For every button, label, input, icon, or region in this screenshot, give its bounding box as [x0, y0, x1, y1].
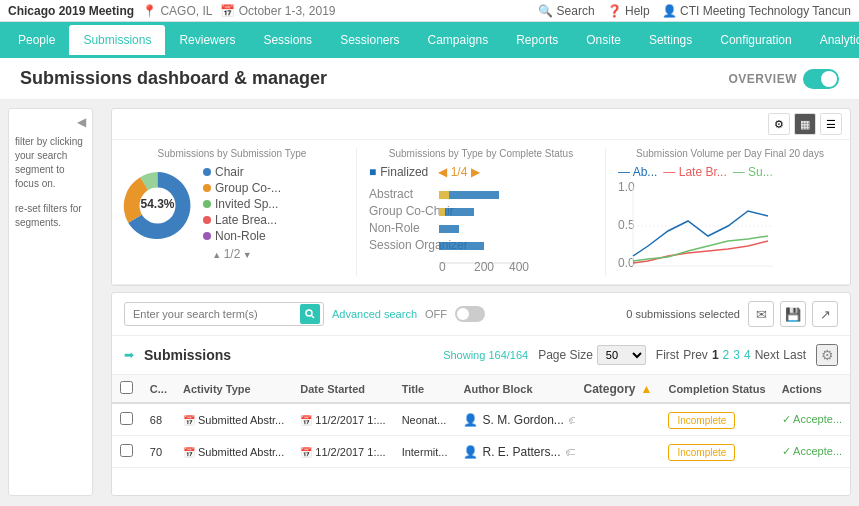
svg-point-22 — [306, 310, 312, 316]
top-bar-right: 🔍 Search ❓ Help 👤 CTI Meeting Technology… — [538, 4, 851, 18]
page-4-btn[interactable]: 4 — [744, 348, 751, 362]
nav-people[interactable]: People — [4, 25, 69, 55]
event-name: Chicago 2019 Meeting — [8, 4, 134, 18]
row-checkbox-1[interactable] — [120, 412, 133, 425]
nav-configuration[interactable]: Configuration — [706, 25, 805, 55]
search-bar: Advanced search OFF 0 submissions select… — [112, 293, 850, 336]
col-title: Title — [394, 375, 456, 403]
svg-text:54.3%: 54.3% — [140, 197, 174, 211]
chart-settings-btn[interactable]: ⚙ — [768, 113, 790, 135]
chart2-title: Submissions by Type by Complete Status — [369, 148, 593, 159]
action-buttons: ✉ 💾 ↗ — [748, 301, 838, 327]
row-action-2: ✓ Accepte... — [774, 436, 850, 468]
overview-toggle: OVERVIEW — [729, 69, 839, 89]
svg-text:Non-Role: Non-Role — [369, 221, 420, 235]
location: 📍 CAGO, IL — [142, 4, 212, 18]
search-button[interactable] — [300, 304, 320, 324]
page-size-select[interactable]: 50 25 100 — [597, 345, 646, 365]
advanced-search-link[interactable]: Advanced search — [332, 308, 417, 320]
table-row: 70 📅 Submitted Abstr... 📅 11/2/2017 1:..… — [112, 436, 850, 468]
row-id-1: 68 — [142, 403, 175, 436]
nav-reports[interactable]: Reports — [502, 25, 572, 55]
save-action-btn[interactable]: 💾 — [780, 301, 806, 327]
row-author-2: 👤 R. E. Patters... 🏷 — [455, 436, 575, 468]
nav-analytics[interactable]: Analytics — [806, 25, 859, 55]
nav-bar: People Submissions Reviewers Sessions Se… — [0, 22, 859, 58]
select-all-checkbox[interactable] — [120, 381, 133, 394]
pie-page: 1/2 — [224, 247, 241, 261]
nav-settings[interactable]: Settings — [635, 25, 706, 55]
first-page-btn[interactable]: First — [656, 348, 679, 362]
svg-text:0.5: 0.5 — [618, 218, 635, 232]
sidebar-hint: filter by clicking your search segment t… — [15, 135, 86, 191]
row-author-1: 👤 S. M. Gordon... 🏷 — [455, 403, 575, 436]
chart-grid-btn[interactable]: ▦ — [794, 113, 816, 135]
svg-text:0: 0 — [439, 260, 446, 273]
nav-sessioners[interactable]: Sessioners — [326, 25, 413, 55]
col-completion-status: Completion Status — [660, 375, 773, 403]
row-status-1: Incomplete — [660, 403, 773, 436]
overview-switch[interactable] — [803, 69, 839, 89]
search-input-wrap — [124, 302, 324, 326]
row-activity-2: 📅 Submitted Abstr... — [175, 436, 292, 468]
chart-type-complete-status: Submissions by Type by Complete Status ■… — [369, 148, 593, 276]
row-title-1: Neonat... — [394, 403, 456, 436]
chart-volume-per-day: Submission Volume per Day Final 20 days … — [618, 148, 842, 276]
row-date-2: 📅 11/2/2017 1:... — [292, 436, 393, 468]
nav-sessions[interactable]: Sessions — [249, 25, 326, 55]
last-page-btn[interactable]: Last — [783, 348, 806, 362]
date-range: 📅 October 1-3, 2019 — [220, 4, 335, 18]
sidebar-collapse-btn[interactable]: ◀ — [15, 115, 86, 129]
top-bar-left: Chicago 2019 Meeting 📍 CAGO, IL 📅 Octobe… — [8, 4, 335, 18]
svg-text:200: 200 — [474, 260, 494, 273]
svg-rect-11 — [439, 242, 484, 250]
export-action-btn[interactable]: ↗ — [812, 301, 838, 327]
col-author-block: Author Block — [455, 375, 575, 403]
chart1-title: Submissions by Submission Type — [120, 148, 344, 159]
svg-rect-9 — [439, 208, 445, 216]
line-chart-svg: 1.0 0.5 0.0 — [618, 181, 778, 271]
row-activity-1: 📅 Submitted Abstr... — [175, 403, 292, 436]
chart-submission-type: Submissions by Submission Type — [120, 148, 344, 276]
col-actions: Actions — [774, 375, 850, 403]
table-row: 68 📅 Submitted Abstr... 📅 11/2/2017 1:..… — [112, 403, 850, 436]
submissions-header: ➡ Submissions Showing 164/164 Page Size … — [112, 336, 850, 375]
table-settings-btn[interactable]: ⚙ — [816, 344, 838, 366]
help-link[interactable]: ❓ Help — [607, 4, 650, 18]
row-checkbox-2[interactable] — [120, 444, 133, 457]
row-date-1: 📅 11/2/2017 1:... — [292, 403, 393, 436]
nav-submissions[interactable]: Submissions — [69, 25, 165, 55]
prev-page-btn[interactable]: Prev — [683, 348, 708, 362]
top-bar: Chicago 2019 Meeting 📍 CAGO, IL 📅 Octobe… — [0, 0, 859, 22]
line-legend-late: Late Br... — [679, 165, 727, 179]
row-title-2: Intermit... — [394, 436, 456, 468]
bar-chart-svg: Abstract Group Co-Chair Non-Role Session… — [369, 183, 529, 273]
advanced-search-toggle[interactable] — [455, 306, 485, 322]
chart-list-btn[interactable]: ☰ — [820, 113, 842, 135]
search-link[interactable]: 🔍 Search — [538, 4, 594, 18]
page-title: Submissions dashboard & manager — [20, 68, 327, 89]
page-size-wrap: Page Size 50 25 100 — [538, 345, 646, 365]
page-1-btn[interactable]: 1 — [712, 348, 719, 362]
page-2-btn[interactable]: 2 — [723, 348, 730, 362]
page-3-btn[interactable]: 3 — [733, 348, 740, 362]
page-header: Submissions dashboard & manager OVERVIEW — [0, 58, 859, 100]
category-sort-icon[interactable]: ▲ — [641, 382, 653, 396]
col-activity-type: Activity Type — [175, 375, 292, 403]
submissions-title: Submissions — [144, 347, 231, 363]
nav-reviewers[interactable]: Reviewers — [165, 25, 249, 55]
svg-text:0.0: 0.0 — [618, 256, 635, 270]
search-input[interactable] — [124, 302, 324, 326]
next-page-btn[interactable]: Next — [755, 348, 780, 362]
svg-text:400: 400 — [509, 260, 529, 273]
email-action-btn[interactable]: ✉ — [748, 301, 774, 327]
svg-text:1.0: 1.0 — [618, 181, 635, 194]
user-menu[interactable]: 👤 CTI Meeting Technology Tancun — [662, 4, 851, 18]
nav-onsite[interactable]: Onsite — [572, 25, 635, 55]
line-legend-ab: Ab... — [633, 165, 658, 179]
nav-campaigns[interactable]: Campaigns — [414, 25, 503, 55]
pie-chart: 54.3% — [120, 168, 195, 243]
bar-page: 1/4 — [451, 165, 468, 179]
row-action-1: ✓ Accepte... — [774, 403, 850, 436]
row-status-2: Incomplete — [660, 436, 773, 468]
